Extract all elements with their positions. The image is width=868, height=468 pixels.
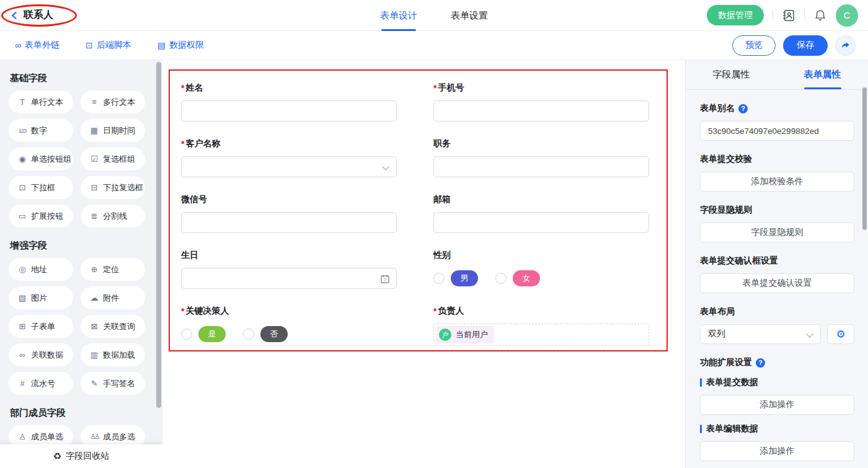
add-submit-action-button[interactable]: 添加操作 bbox=[700, 395, 854, 415]
field-job-title: 职务 bbox=[433, 138, 649, 177]
customer-select[interactable] bbox=[181, 156, 397, 177]
share-arrow-icon bbox=[841, 40, 851, 50]
sidebar-item-number[interactable]: 123数字 bbox=[9, 119, 73, 142]
option-pill: 女 bbox=[513, 270, 540, 286]
sidebar-item-linked-data[interactable]: ∞关联数据 bbox=[9, 343, 73, 366]
owner-user-field[interactable]: 户 当前用户 bbox=[433, 324, 649, 346]
sidebar-item-location[interactable]: ⊕定位 bbox=[81, 258, 145, 281]
sidebar-item-divider-line[interactable]: ≣分割线 bbox=[81, 205, 145, 227]
form-alias-input[interactable] bbox=[700, 121, 854, 141]
gender-option-female[interactable]: 女 bbox=[495, 270, 540, 286]
add-edit-action-button[interactable]: 添加操作 bbox=[700, 441, 854, 461]
field-key-decision-maker: *关键决策人 是 否 bbox=[181, 305, 397, 346]
back-button[interactable]: 联系人 bbox=[10, 9, 53, 22]
layout-settings-button[interactable]: ⚙ bbox=[827, 324, 854, 344]
contact-book-icon[interactable] bbox=[782, 9, 795, 22]
sidebar-item-serial-number[interactable]: #流水号 bbox=[9, 372, 73, 395]
tab-field-properties[interactable]: 字段属性 bbox=[686, 60, 777, 89]
image-icon: ▧ bbox=[17, 293, 28, 302]
group-extension-settings: 功能扩展设置? 表单提交数据 添加操作 表单编辑数据 添加操作 bbox=[700, 357, 854, 461]
linked-query-icon: ⊠ bbox=[89, 322, 100, 331]
multi-line-text-icon: ≡ bbox=[89, 97, 100, 107]
sidebar-item-radio-group[interactable]: ◉单选按钮组 bbox=[9, 148, 73, 170]
required-mark: * bbox=[433, 83, 436, 93]
required-mark: * bbox=[181, 139, 184, 149]
sidebar-item-single-line-text[interactable]: T单行文本 bbox=[9, 91, 73, 113]
sidebar-scrollbar[interactable] bbox=[156, 62, 161, 408]
required-mark: * bbox=[181, 83, 184, 93]
wechat-input[interactable] bbox=[181, 212, 397, 233]
gender-option-male[interactable]: 男 bbox=[433, 270, 478, 286]
add-validation-button[interactable]: 添加校验条件 bbox=[700, 172, 854, 192]
data-manage-button[interactable]: 数据管理 bbox=[707, 5, 764, 25]
data-permission-button[interactable]: ▤ 数据权限 bbox=[157, 40, 204, 51]
attachment-icon: ☁ bbox=[89, 293, 100, 302]
properties-panel: 字段属性 表单属性 表单别名? 表单提交校验 添加校验条件 字段显隐规则 字段显… bbox=[685, 60, 868, 468]
form-toolbar: ∞ 表单外链 ⊡ 后端脚本 ▤ 数据权限 预览 保存 bbox=[0, 31, 868, 60]
sidebar-item-select[interactable]: ⊡下拉框 bbox=[9, 176, 73, 199]
script-icon: ⊡ bbox=[86, 40, 93, 50]
sidebar-item-checkbox-group[interactable]: ☑复选框组 bbox=[81, 148, 145, 170]
link-icon: ∞ bbox=[15, 40, 21, 50]
job-title-input[interactable] bbox=[433, 156, 649, 177]
birthday-date-input[interactable]: 7 bbox=[181, 268, 397, 289]
help-icon[interactable]: ? bbox=[738, 104, 748, 113]
field-birthday: 生日 7 bbox=[181, 249, 397, 289]
sidebar-item-subform[interactable]: ⊞子表单 bbox=[9, 315, 73, 338]
number-icon: 123 bbox=[17, 128, 28, 134]
avatar[interactable]: C bbox=[836, 4, 858, 27]
sidebar-item-signature[interactable]: ✎手写签名 bbox=[81, 372, 145, 395]
location-icon: ⊕ bbox=[89, 265, 100, 274]
panel-scrollbar[interactable] bbox=[862, 87, 867, 230]
tab-form-properties[interactable]: 表单属性 bbox=[777, 60, 868, 89]
radio-icon bbox=[181, 329, 192, 340]
sidebar-item-image[interactable]: ▧图片 bbox=[9, 286, 73, 309]
visibility-rules-button[interactable]: 字段显隐规则 bbox=[700, 223, 854, 242]
field-recycle-bin-button[interactable]: ♻ 字段回收站 bbox=[0, 444, 162, 468]
tab-form-design[interactable]: 表单设计 bbox=[380, 0, 417, 31]
sidebar-item-data-load[interactable]: ▥数据加载 bbox=[81, 343, 145, 366]
preview-button[interactable]: 预览 bbox=[732, 35, 776, 56]
sidebar-item-attachment[interactable]: ☁附件 bbox=[81, 286, 145, 309]
top-bar: 联系人 表单设计 表单设置 数据管理 C bbox=[0, 0, 868, 31]
sidebar-item-linked-query[interactable]: ⊠关联查询 bbox=[81, 315, 145, 338]
section-marker bbox=[700, 425, 702, 433]
sidebar-item-multi-line-text[interactable]: ≡多行文本 bbox=[81, 91, 145, 113]
back-chevron-icon bbox=[10, 11, 20, 20]
form-selection-box: *姓名 *手机号 *客户名称 职务 微信号 bbox=[169, 69, 668, 351]
current-user-tag[interactable]: 户 当前用户 bbox=[436, 326, 494, 343]
tab-form-settings[interactable]: 表单设置 bbox=[451, 0, 488, 31]
field-phone: *手机号 bbox=[433, 82, 649, 121]
sidebar-item-extend-button[interactable]: ▭扩展按钮 bbox=[9, 205, 73, 227]
submit-confirm-button[interactable]: 表单提交确认设置 bbox=[700, 273, 854, 293]
subgroup-edit-data: 表单编辑数据 bbox=[700, 423, 854, 435]
sidebar-item-address[interactable]: ◎地址 bbox=[9, 258, 73, 281]
email-input[interactable] bbox=[433, 212, 649, 233]
radio-icon bbox=[495, 273, 507, 284]
member-multi-icon: ♙♙ bbox=[89, 433, 100, 441]
external-link-button[interactable]: ∞ 表单外链 bbox=[15, 40, 60, 51]
phone-input[interactable] bbox=[433, 100, 649, 121]
layout-select[interactable]: 双列 bbox=[700, 324, 821, 344]
group-visibility-rules: 字段显隐规则 字段显隐规则 bbox=[700, 205, 854, 242]
sidebar-item-datetime[interactable]: ▦日期时间 bbox=[81, 119, 145, 142]
backend-script-button[interactable]: ⊡ 后端脚本 bbox=[86, 40, 131, 51]
topbar-actions: 数据管理 C bbox=[707, 4, 858, 27]
divider bbox=[804, 10, 805, 21]
save-button[interactable]: 保存 bbox=[783, 35, 828, 56]
chevron-down-icon bbox=[382, 163, 389, 170]
name-input[interactable] bbox=[181, 100, 397, 121]
member-single-icon: ♙ bbox=[17, 432, 28, 441]
linked-data-icon: ∞ bbox=[17, 350, 28, 360]
sidebar-item-multi-select[interactable]: ⊟下拉复选框 bbox=[81, 176, 145, 199]
bell-icon[interactable] bbox=[813, 9, 827, 22]
decision-option-yes[interactable]: 是 bbox=[181, 326, 226, 342]
share-button[interactable] bbox=[835, 35, 856, 56]
decision-option-no[interactable]: 否 bbox=[243, 326, 288, 342]
data-load-icon: ▥ bbox=[89, 350, 100, 360]
toolbar-actions: 预览 保存 bbox=[732, 35, 856, 56]
help-icon[interactable]: ? bbox=[756, 358, 765, 368]
permission-icon: ▤ bbox=[157, 40, 166, 50]
field-owner: *负责人 户 当前用户 bbox=[433, 305, 649, 346]
radio-group-icon: ◉ bbox=[17, 154, 28, 164]
